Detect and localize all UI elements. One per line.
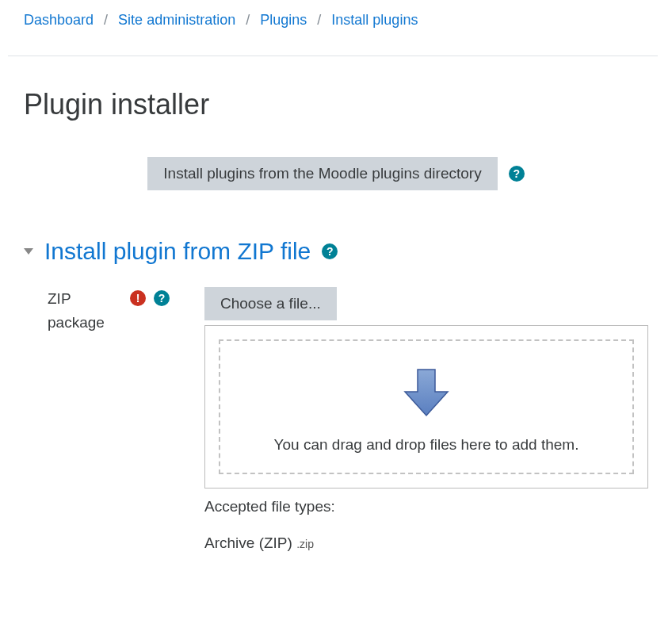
page-title: Plugin installer bbox=[24, 88, 648, 121]
file-dropzone[interactable]: You can drag and drop files here to add … bbox=[219, 339, 634, 474]
breadcrumb-item-dashboard[interactable]: Dashboard bbox=[24, 12, 94, 28]
breadcrumb: Dashboard / Site administration / Plugin… bbox=[0, 0, 672, 38]
breadcrumb-item-install-plugins[interactable]: Install plugins bbox=[331, 12, 418, 28]
accepted-type-name: Archive (ZIP) bbox=[204, 534, 292, 551]
required-icon: ! bbox=[130, 290, 146, 306]
help-icon[interactable]: ? bbox=[154, 290, 170, 306]
breadcrumb-item-plugins[interactable]: Plugins bbox=[260, 12, 307, 28]
breadcrumb-item-site-administration[interactable]: Site administration bbox=[118, 12, 235, 28]
breadcrumb-separator: / bbox=[317, 12, 321, 28]
zip-package-label: ZIP package bbox=[48, 287, 119, 335]
dropzone-text: You can drag and drop files here to add … bbox=[228, 436, 624, 454]
breadcrumb-separator: / bbox=[104, 12, 108, 28]
collapsible-section-header[interactable]: Install plugin from ZIP file ? bbox=[24, 238, 648, 265]
accepted-types-label: Accepted file types: bbox=[204, 498, 648, 515]
help-icon[interactable]: ? bbox=[509, 166, 525, 182]
accepted-type-ext: .zip bbox=[296, 538, 314, 550]
file-picker: You can drag and drop files here to add … bbox=[204, 325, 648, 488]
choose-file-button[interactable]: Choose a file... bbox=[204, 287, 337, 320]
breadcrumb-separator: / bbox=[246, 12, 250, 28]
section-title-link[interactable]: Install plugin from ZIP file bbox=[44, 238, 311, 265]
help-icon[interactable]: ? bbox=[322, 243, 338, 259]
download-arrow-icon bbox=[399, 365, 454, 423]
install-from-directory-button[interactable]: Install plugins from the Moodle plugins … bbox=[147, 157, 497, 190]
accepted-types: Archive (ZIP) .zip bbox=[204, 534, 648, 552]
caret-down-icon bbox=[24, 248, 33, 255]
